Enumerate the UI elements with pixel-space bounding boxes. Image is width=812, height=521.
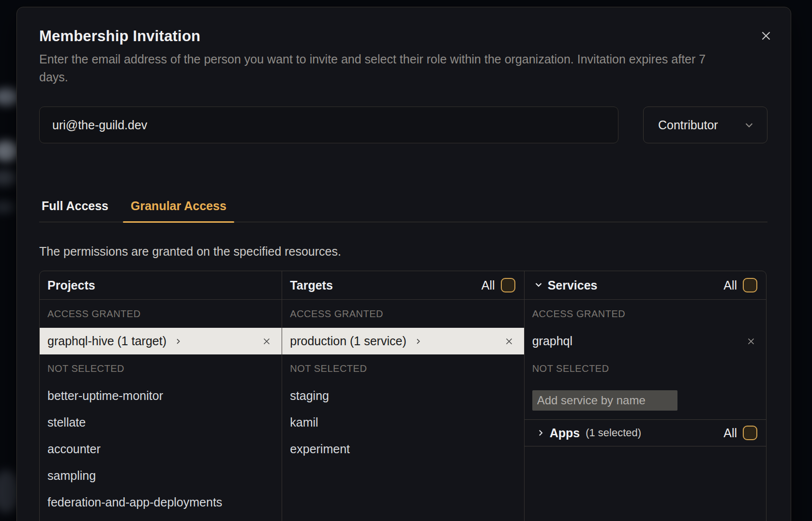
target-item[interactable]: kamil [282,409,524,436]
projects-column: Projects ACCESS GRANTED graphql-hive (1 … [40,271,282,521]
target-item[interactable]: staging [282,383,524,409]
backdrop-artifact [0,201,15,214]
services-header[interactable]: Services All [525,271,766,300]
service-selected-name: graphql [532,334,572,348]
target-remove-button[interactable] [504,336,514,347]
close-button[interactable] [758,28,774,44]
permissions-note: The permissions are granted on the speci… [39,245,341,259]
access-tabs: Full Access Granular Access [39,194,767,222]
target-selected-row[interactable]: production (1 service) [282,328,524,354]
service-remove-button[interactable] [746,336,756,347]
projects-header-label: Projects [47,278,95,292]
targets-all-label: All [481,278,495,292]
remove-icon [504,336,514,347]
project-item[interactable]: accounter [40,436,282,462]
dialog-title: Membership Invitation [39,28,200,45]
project-item[interactable]: stellate [40,409,282,436]
project-item[interactable]: sampling [40,462,282,489]
resource-permission-table: Projects ACCESS GRANTED graphql-hive (1 … [39,271,767,521]
apps-all-label: All [723,426,737,440]
targets-column: Targets All ACCESS GRANTED production (1… [282,271,524,521]
invite-email-input[interactable] [39,107,618,143]
targets-header-label: Targets [290,278,332,292]
role-dropdown-value: Contributor [658,118,718,132]
project-selected-row[interactable]: graphql-hive (1 target) [40,328,282,354]
service-selected-row[interactable]: graphql [525,328,766,354]
projects-not-selected-label: NOT SELECTED [40,354,282,383]
projects-header: Projects [40,271,282,300]
targets-all-checkbox[interactable] [501,278,515,292]
role-dropdown[interactable]: Contributor [643,107,767,143]
close-icon [760,30,772,42]
targets-access-granted-label: ACCESS GRANTED [282,300,524,328]
chevron-right-icon [414,337,422,345]
apps-count: (1 selected) [586,427,641,439]
services-not-selected-label: NOT SELECTED [525,354,766,383]
remove-icon [261,336,272,347]
apps-all-toggle[interactable]: All [723,426,757,440]
chevron-down-icon [533,279,544,293]
backdrop-artifact [0,140,18,162]
services-header-label: Services [548,278,598,292]
services-all-label: All [723,278,737,292]
services-access-granted-label: ACCESS GRANTED [525,300,766,328]
apps-label: Apps [550,426,580,440]
backdrop-artifact [0,169,16,186]
chevron-down-icon [744,120,754,130]
project-item[interactable]: federation-and-app-deployments [40,489,282,516]
target-item[interactable]: experiment [282,436,524,462]
services-all-toggle[interactable]: All [723,278,757,292]
services-column: Services All ACCESS GRANTED graphql NOT … [524,271,766,521]
add-service-input[interactable] [532,390,677,411]
chevron-right-icon [536,429,545,437]
targets-not-selected-label: NOT SELECTED [282,354,524,383]
project-item[interactable]: better-uptime-monitor [40,383,282,409]
targets-all-toggle[interactable]: All [481,278,515,292]
dialog-description: Enter the email address of the person yo… [39,50,722,86]
project-remove-button[interactable] [261,336,272,347]
apps-all-checkbox[interactable] [743,426,757,440]
services-all-checkbox[interactable] [743,278,757,292]
membership-invitation-dialog: Membership Invitation Enter the email ad… [16,7,791,521]
apps-row[interactable]: Apps (1 selected) All [525,419,766,446]
remove-icon [746,336,756,347]
tab-full-access[interactable]: Full Access [39,194,116,222]
target-selected-name: production (1 service) [290,334,406,348]
chevron-right-icon [174,337,182,345]
tab-granular-access[interactable]: Granular Access [123,194,234,222]
project-selected-name: graphql-hive (1 target) [47,334,166,348]
targets-header: Targets All [282,271,524,300]
projects-access-granted-label: ACCESS GRANTED [40,300,282,328]
